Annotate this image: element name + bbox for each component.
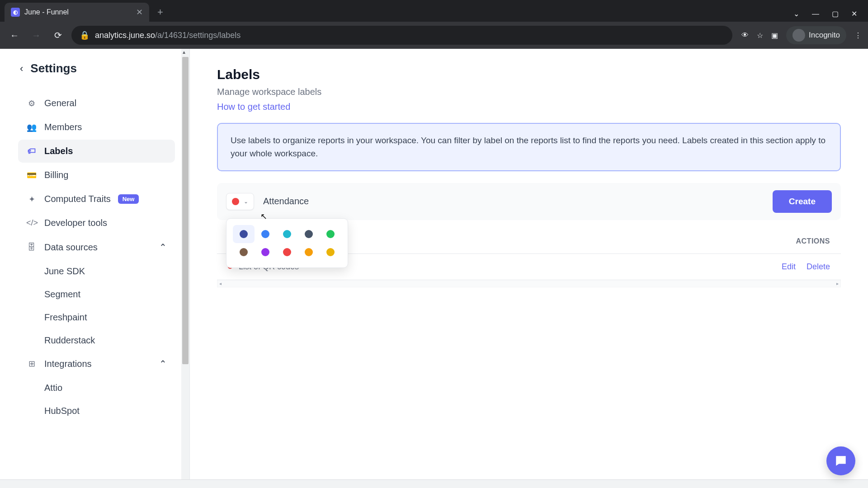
- color-option-blue[interactable]: [255, 225, 276, 243]
- nav-back-button[interactable]: ←: [6, 27, 23, 43]
- chevron-up-icon: ⌃: [159, 358, 167, 369]
- chevron-up-icon: ⌃: [159, 242, 167, 253]
- sidebar-sub-hubspot[interactable]: HubSpot: [18, 399, 184, 422]
- color-dot-icon: [283, 230, 291, 238]
- users-icon: 👥: [26, 122, 37, 132]
- back-chevron-icon[interactable]: ‹: [20, 63, 23, 75]
- tab-bar: ◐ June - Funnel ✕ + ⌄ — ▢ ✕: [0, 0, 868, 22]
- tag-icon: 🏷: [26, 146, 37, 156]
- lock-icon: 🔒: [80, 30, 90, 40]
- color-picker-button[interactable]: ⌄: [226, 193, 254, 210]
- label-name-input[interactable]: [261, 192, 765, 210]
- delete-button[interactable]: Delete: [807, 262, 830, 272]
- color-dot-icon: [326, 230, 335, 238]
- help-link[interactable]: How to get started: [217, 102, 290, 112]
- sidebar-item-label: General: [44, 98, 76, 108]
- settings-header: ‹ Settings: [18, 61, 184, 75]
- color-option-green[interactable]: [320, 225, 341, 243]
- color-dot-icon: [240, 230, 248, 238]
- scroll-right-icon: ▸: [864, 481, 867, 487]
- eye-off-icon[interactable]: 👁: [741, 31, 749, 39]
- sidebar-item-label: Members: [44, 122, 82, 132]
- sidebar-item-members[interactable]: 👥 Members: [18, 116, 175, 139]
- maximize-icon[interactable]: ▢: [832, 9, 839, 18]
- chevron-down-icon: ⌄: [244, 198, 248, 205]
- chevron-down-icon[interactable]: ⌄: [793, 9, 799, 18]
- app-root: ‹ Settings ⚙ General 👥 Members 🏷 Labels …: [0, 49, 868, 488]
- puzzle-icon: ⊞: [26, 359, 37, 369]
- incognito-badge[interactable]: Incognito: [786, 26, 846, 44]
- sidebar-item-label: Computed Traits: [44, 194, 111, 204]
- create-label-row: ⌄ Create ↖: [217, 183, 841, 220]
- color-dot-icon: [326, 248, 335, 256]
- scrollbar-thumb[interactable]: [182, 57, 189, 364]
- color-option-brown[interactable]: [233, 243, 255, 261]
- table-scrollbar[interactable]: ◂ ▸: [217, 280, 841, 287]
- extensions-icon[interactable]: ▣: [771, 31, 778, 40]
- color-option-purple[interactable]: [255, 243, 276, 261]
- address-bar: ← → ⟳ 🔒 analytics.june.so/a/14631/settin…: [0, 22, 868, 49]
- color-option-slate[interactable]: [298, 225, 320, 243]
- kebab-menu-icon[interactable]: ⋮: [854, 31, 862, 40]
- sidebar-sub-freshpaint[interactable]: Freshpaint: [18, 306, 184, 329]
- window-controls: ⌄ — ▢ ✕: [793, 9, 868, 22]
- page-title: Labels: [217, 67, 841, 82]
- sidebar-item-label: Data sources: [44, 242, 98, 253]
- color-option-teal[interactable]: [276, 225, 298, 243]
- bookmark-icon[interactable]: ☆: [757, 31, 763, 40]
- sidebar-item-computed-traits[interactable]: ✦ Computed Traits New: [18, 188, 175, 211]
- color-option-yellow[interactable]: [320, 243, 341, 261]
- browser-tab[interactable]: ◐ June - Funnel ✕: [5, 3, 149, 22]
- actions-header: ACTIONS: [796, 237, 830, 245]
- incognito-avatar-icon: [793, 29, 805, 42]
- color-option-red[interactable]: [276, 243, 298, 261]
- tab-close-icon[interactable]: ✕: [136, 7, 143, 17]
- info-box: Use labels to organize reports in your w…: [217, 123, 841, 171]
- color-dot-icon: [240, 248, 248, 256]
- minimize-icon[interactable]: —: [812, 10, 819, 18]
- sidebar-item-developer-tools[interactable]: </> Developer tools: [18, 211, 175, 235]
- sidebar-sub-attio[interactable]: Attio: [18, 376, 184, 399]
- sidebar-item-general[interactable]: ⚙ General: [18, 92, 175, 115]
- create-button[interactable]: Create: [773, 190, 832, 213]
- sidebar-item-integrations[interactable]: ⊞ Integrations ⌃: [18, 352, 175, 375]
- url-input[interactable]: 🔒 analytics.june.so/a/14631/settings/lab…: [71, 26, 732, 45]
- sidebar-item-data-sources[interactable]: 🗄 Data sources ⌃: [18, 235, 175, 259]
- chat-icon: [834, 454, 848, 468]
- color-option-navy[interactable]: [233, 225, 255, 243]
- code-icon: </>: [26, 218, 37, 228]
- sidebar-sub-june-sdk[interactable]: June SDK: [18, 260, 184, 283]
- sidebar-sub-segment[interactable]: Segment: [18, 283, 184, 306]
- scroll-right-icon: ▸: [836, 281, 839, 286]
- scroll-left-icon: ◂: [1, 481, 4, 487]
- close-window-icon[interactable]: ✕: [851, 9, 857, 18]
- card-icon: 💳: [26, 170, 37, 180]
- sidebar-item-label: Billing: [44, 170, 68, 180]
- color-dot-icon: [305, 230, 313, 238]
- color-dot-icon: [261, 230, 269, 238]
- nav-reload-button[interactable]: ⟳: [50, 27, 66, 43]
- main-content: Labels Manage workspace labels How to ge…: [190, 49, 868, 488]
- edit-button[interactable]: Edit: [782, 262, 796, 272]
- color-option-orange[interactable]: [298, 243, 320, 261]
- sidebar-sub-rudderstack[interactable]: Rudderstack: [18, 329, 184, 352]
- settings-title: Settings: [30, 61, 77, 75]
- scroll-left-icon: ◂: [219, 281, 222, 286]
- browser-chrome: ◐ June - Funnel ✕ + ⌄ — ▢ ✕ ← → ⟳ 🔒 anal…: [0, 0, 868, 49]
- sidebar-item-billing[interactable]: 💳 Billing: [18, 164, 175, 187]
- intercom-chat-button[interactable]: [826, 446, 855, 475]
- tab-favicon-icon: ◐: [11, 8, 20, 17]
- sidebar-item-label: Integrations: [44, 359, 92, 369]
- url-path: /a/14631/settings/labels: [155, 31, 241, 40]
- sidebar-scrollbar[interactable]: [181, 49, 189, 488]
- url-domain: analytics.june.so: [95, 31, 155, 40]
- sidebar: ‹ Settings ⚙ General 👥 Members 🏷 Labels …: [0, 49, 190, 488]
- sidebar-item-label: Developer tools: [44, 218, 107, 228]
- sidebar-item-labels[interactable]: 🏷 Labels: [18, 140, 175, 163]
- new-tab-button[interactable]: +: [149, 6, 171, 22]
- color-dot-icon: [261, 248, 269, 256]
- new-badge: New: [118, 194, 139, 204]
- database-icon: 🗄: [26, 243, 37, 252]
- nav-forward-button[interactable]: →: [28, 27, 44, 43]
- page-subtitle: Manage workspace labels: [217, 87, 841, 97]
